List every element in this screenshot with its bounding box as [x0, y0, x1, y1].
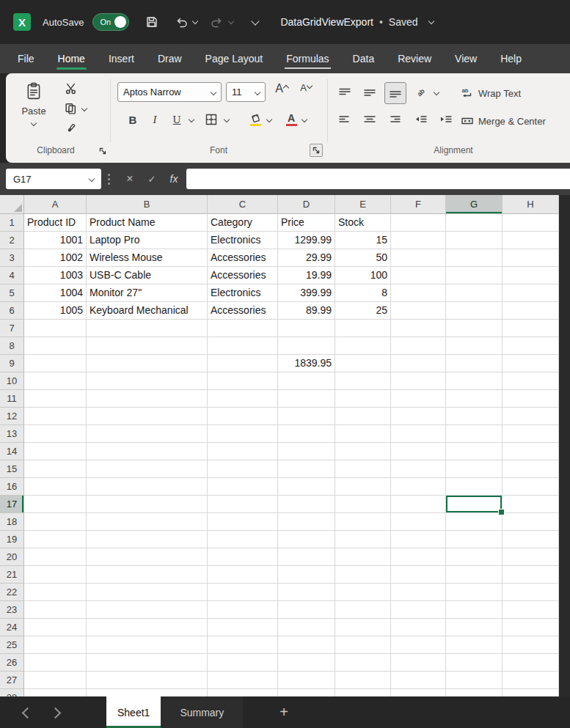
cell-G1[interactable]: [446, 214, 503, 232]
cell-G25[interactable]: [446, 636, 503, 654]
cell-E12[interactable]: [335, 408, 391, 425]
cell-E11[interactable]: [335, 390, 391, 408]
document-title-group[interactable]: DataGridViewExport • Saved: [280, 16, 433, 28]
cell-G5[interactable]: [446, 284, 503, 302]
cell-B15[interactable]: [87, 460, 208, 478]
wrap-text-button[interactable]: ab Wrap Text: [461, 84, 521, 103]
cell-B4[interactable]: USB-C Cable: [87, 267, 208, 284]
quick-access-overflow-icon[interactable]: [252, 17, 260, 25]
menu-tab-page-layout[interactable]: Page Layout: [194, 44, 275, 73]
cell-C27[interactable]: [208, 672, 278, 689]
cell-F1[interactable]: [391, 214, 446, 232]
cell-E23[interactable]: [335, 601, 391, 619]
cell-D9[interactable]: 1839.95: [278, 355, 335, 372]
column-header-B[interactable]: B: [87, 195, 208, 214]
title-dropdown-icon[interactable]: [428, 18, 434, 23]
cell-H8[interactable]: [503, 337, 559, 355]
cell-C10[interactable]: [208, 372, 278, 390]
align-middle-button[interactable]: [359, 82, 380, 103]
cell-C28[interactable]: [208, 689, 278, 696]
row-header-18[interactable]: 18: [0, 513, 24, 531]
row-header-12[interactable]: 12: [0, 408, 24, 425]
row-header-10[interactable]: 10: [0, 372, 24, 390]
cell-B1[interactable]: Product Name: [87, 214, 208, 232]
menu-tab-insert[interactable]: Insert: [97, 44, 146, 73]
cell-H5[interactable]: [503, 284, 559, 302]
cell-A16[interactable]: [24, 478, 87, 496]
cell-C4[interactable]: Accessories: [208, 267, 278, 284]
cell-F24[interactable]: [391, 619, 446, 636]
cell-A23[interactable]: [24, 601, 87, 619]
cell-A15[interactable]: [24, 460, 87, 478]
cell-F25[interactable]: [391, 636, 446, 654]
cell-C20[interactable]: [208, 548, 278, 566]
cell-C15[interactable]: [208, 460, 278, 478]
redo-button[interactable]: [211, 15, 224, 29]
cell-D27[interactable]: [278, 672, 335, 689]
cell-E13[interactable]: [335, 425, 391, 443]
cell-A1[interactable]: Product ID: [24, 214, 87, 232]
row-header-17[interactable]: 17: [0, 496, 24, 513]
merge-center-button[interactable]: Merge & Center: [461, 111, 546, 130]
cell-E16[interactable]: [335, 478, 391, 496]
cell-B20[interactable]: [87, 548, 208, 566]
cell-C26[interactable]: [208, 654, 278, 672]
cell-A18[interactable]: [24, 513, 87, 531]
cell-H6[interactable]: [503, 302, 559, 320]
cell-H27[interactable]: [503, 672, 559, 689]
cell-G9[interactable]: [446, 355, 503, 372]
cell-F8[interactable]: [391, 337, 446, 355]
cell-F21[interactable]: [391, 566, 446, 584]
row-header-8[interactable]: 8: [0, 337, 24, 355]
cell-D12[interactable]: [278, 408, 335, 425]
cell-E18[interactable]: [335, 513, 391, 531]
name-box[interactable]: G17: [6, 169, 101, 189]
cell-E22[interactable]: [335, 584, 391, 601]
cell-G19[interactable]: [446, 531, 503, 548]
vertical-scrollbar[interactable]: [559, 195, 570, 696]
row-header-1[interactable]: 1: [0, 214, 24, 232]
paste-button[interactable]: Paste: [15, 78, 53, 142]
cell-E7[interactable]: [335, 320, 391, 337]
cell-H1[interactable]: [503, 214, 559, 232]
cell-G6[interactable]: [446, 302, 503, 320]
align-left-button[interactable]: [335, 109, 355, 130]
cell-C1[interactable]: Category: [208, 214, 278, 232]
cell-A2[interactable]: 1001: [24, 232, 87, 249]
cell-E21[interactable]: [335, 566, 391, 584]
cell-D24[interactable]: [278, 619, 335, 636]
excel-logo-icon[interactable]: X: [13, 13, 31, 31]
cell-B25[interactable]: [87, 636, 208, 654]
cell-F17[interactable]: [391, 496, 446, 513]
fill-color-dropdown-icon[interactable]: [266, 117, 272, 122]
cell-F23[interactable]: [391, 601, 446, 619]
menu-tab-help[interactable]: Help: [489, 44, 533, 73]
italic-button[interactable]: I: [147, 109, 163, 130]
menu-tab-data[interactable]: Data: [341, 44, 387, 73]
underline-dropdown-icon[interactable]: [189, 117, 194, 122]
cell-D23[interactable]: [278, 601, 335, 619]
cell-F16[interactable]: [391, 478, 446, 496]
row-header-28[interactable]: 28: [0, 689, 24, 696]
increase-indent-button[interactable]: [436, 109, 456, 130]
cell-H3[interactable]: [503, 249, 559, 267]
cell-G28[interactable]: [446, 689, 503, 696]
cell-E28[interactable]: [335, 689, 391, 696]
cell-B12[interactable]: [87, 408, 208, 425]
borders-button[interactable]: [201, 109, 222, 130]
cell-C19[interactable]: [208, 531, 278, 548]
cell-F6[interactable]: [391, 302, 446, 320]
cell-D20[interactable]: [278, 548, 335, 566]
align-top-button[interactable]: [335, 82, 355, 103]
row-header-4[interactable]: 4: [0, 267, 24, 284]
cell-F15[interactable]: [391, 460, 446, 478]
row-header-21[interactable]: 21: [0, 566, 24, 584]
cell-E27[interactable]: [335, 672, 391, 689]
cell-H7[interactable]: [503, 320, 559, 337]
cell-A13[interactable]: [24, 425, 87, 443]
cell-A8[interactable]: [24, 337, 87, 355]
cell-H2[interactable]: [503, 232, 559, 249]
cell-E19[interactable]: [335, 531, 391, 548]
cell-H21[interactable]: [503, 566, 559, 584]
row-header-15[interactable]: 15: [0, 460, 24, 478]
